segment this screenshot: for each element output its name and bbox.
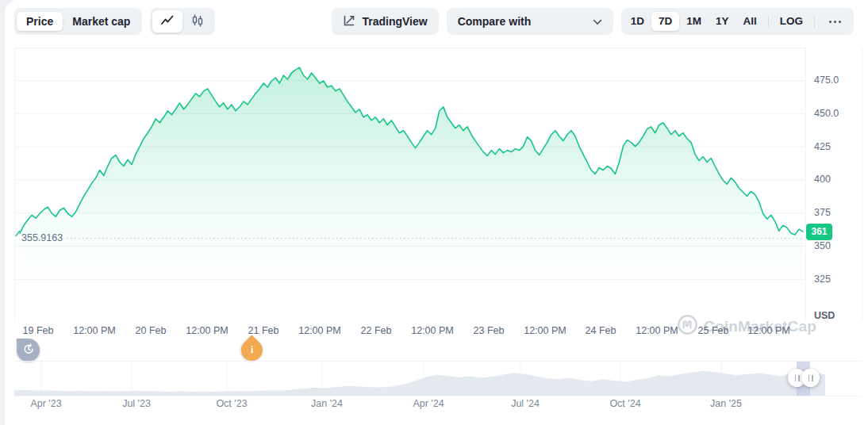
- y-tick-label: 400: [814, 174, 831, 185]
- tradingview-label: TradingView: [362, 15, 427, 28]
- x-tick-label: 12:00 PM: [411, 325, 454, 336]
- price-line-chart[interactable]: [14, 48, 806, 320]
- navigator: [14, 361, 862, 396]
- navigator-tick-label: Jan '24: [311, 398, 343, 409]
- candlestick-chart-type-button[interactable]: [182, 10, 213, 33]
- navigator-tick-label: Jul '24: [511, 398, 540, 409]
- y-tick-label: 475.0: [814, 75, 839, 86]
- x-tick-label: 25 Feb: [698, 325, 729, 336]
- range-all[interactable]: All: [735, 12, 763, 31]
- axis-right-border: [862, 48, 862, 320]
- range-7d[interactable]: 7D: [651, 12, 679, 31]
- x-tick-label: 12:00 PM: [524, 325, 567, 336]
- x-tick-label: 12:00 PM: [186, 325, 229, 336]
- x-tick-label: 12:00 PM: [73, 325, 116, 336]
- x-tick-label: 12:00 PM: [747, 325, 790, 336]
- y-tick-label: 450.0: [814, 108, 839, 119]
- divider: [768, 16, 769, 28]
- line-chart-icon: [160, 14, 175, 29]
- x-tick-label: 12:00 PM: [636, 325, 678, 336]
- range-1m[interactable]: 1M: [679, 12, 709, 31]
- navigator-chart[interactable]: [14, 362, 825, 396]
- x-tick-label: 20 Feb: [136, 325, 167, 336]
- chart-toolbar: Price Market cap: [14, 8, 854, 35]
- y-tick-label: 325: [814, 274, 831, 285]
- navigator-tick-label: Jan '25: [710, 398, 742, 409]
- chevron-down-icon: [593, 15, 602, 28]
- market-cap-tab[interactable]: Market cap: [63, 12, 140, 31]
- price-chart: 475.0450.0425400375350325 361 USD 355.91…: [0, 48, 868, 320]
- x-tick-label: 12:00 PM: [298, 325, 341, 336]
- x-tick-label: 23 Feb: [474, 325, 505, 336]
- navigator-handle-right[interactable]: [801, 369, 820, 387]
- x-tick-label: 24 Feb: [586, 325, 616, 336]
- y-tick-label: 375: [814, 207, 831, 218]
- last-price-badge: 361: [806, 224, 832, 240]
- x-axis: 19 Feb12:00 PM20 Feb12:00 PM21 Feb12:00 …: [0, 325, 868, 339]
- more-options-button[interactable]: [819, 17, 851, 27]
- y-tick-label: 350: [814, 240, 831, 251]
- y-tick-label: 425: [814, 141, 831, 152]
- navigator-axis: Apr '23Jul '23Oct '23Jan '24Apr '24Jul '…: [0, 398, 868, 411]
- navigator-tick-label: Jul '23: [122, 398, 151, 409]
- navigator-tick-label: Oct '23: [216, 398, 247, 409]
- log-scale-toggle[interactable]: LOG: [773, 12, 810, 31]
- navigator-tick-label: Oct '24: [609, 398, 640, 409]
- info-icon: i: [251, 344, 253, 356]
- metric-toggle: Price Market cap: [14, 8, 142, 35]
- open-price-label: 355.9163: [21, 232, 63, 243]
- x-tick-label: 21 Feb: [248, 325, 279, 336]
- compare-with-dropdown[interactable]: Compare with: [447, 8, 613, 35]
- range-1y[interactable]: 1Y: [709, 12, 736, 31]
- price-tab[interactable]: Price: [17, 12, 63, 31]
- x-tick-label: 22 Feb: [361, 325, 392, 336]
- line-chart-type-button[interactable]: [152, 10, 182, 33]
- compare-with-label: Compare with: [458, 15, 532, 28]
- navigator-tick-label: Apr '23: [30, 398, 61, 409]
- ellipsis-icon: [826, 21, 844, 23]
- history-marker[interactable]: [17, 339, 40, 362]
- x-tick-label: 19 Feb: [23, 325, 54, 336]
- divider: [814, 16, 815, 28]
- chart-type-toggle: [150, 8, 215, 35]
- usd-unit-label: USD: [814, 310, 835, 321]
- range-1d[interactable]: 1D: [624, 12, 651, 31]
- tradingview-button[interactable]: TradingView: [332, 8, 438, 35]
- candlestick-icon: [190, 13, 205, 29]
- history-clock-icon: [22, 343, 35, 358]
- navigator-tick-label: Apr '24: [413, 398, 444, 409]
- tradingview-chart-icon: [343, 14, 355, 29]
- time-range-toggle: 1D7D1M1YAll LOG: [621, 8, 854, 35]
- price-chart-widget: Price Market cap: [0, 0, 868, 425]
